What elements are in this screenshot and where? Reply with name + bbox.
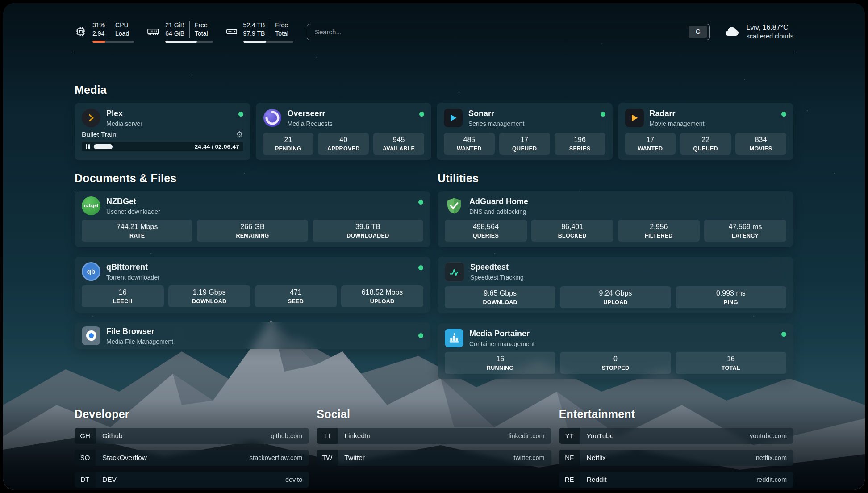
app-name: Radarr	[650, 109, 705, 118]
app-subtitle: Series management	[468, 120, 524, 127]
social-section: Social LI LinkedIn linkedin.com TW Twitt…	[317, 408, 551, 488]
bookmark-abbr: LI	[317, 428, 338, 444]
section-title-developer: Developer	[75, 408, 309, 421]
app-name: Media Portainer	[469, 329, 534, 338]
speedtest-card[interactable]: Speedtest Speedtest Tracking 9.65 Gbps D…	[438, 257, 793, 313]
bookmark-url: stackoverflow.com	[250, 454, 302, 461]
sonarr-card[interactable]: Sonarr Series management 485 WANTED 17 Q…	[437, 103, 613, 160]
settings-gear-icon[interactable]: ⚙	[236, 130, 243, 138]
plex-card[interactable]: Plex Media server Bullet Train ⚙	[75, 103, 250, 160]
app-name: NZBGet	[106, 197, 160, 206]
playback-progress-track[interactable]	[94, 144, 191, 149]
stat-download: 1.19 Gbps DOWNLOAD	[168, 285, 250, 307]
memory-usage-bar	[165, 41, 213, 43]
stat-pending: 21 PENDING	[263, 133, 314, 155]
stat-series: 196 SERIES	[555, 133, 605, 155]
portainer-icon	[445, 329, 463, 347]
stat-download: 9.65 Gbps DOWNLOAD	[445, 286, 555, 308]
stat-wanted: 17 WANTED	[625, 133, 676, 155]
app-name: AdGuard Home	[469, 197, 528, 206]
memory-monitor: 21 GiB 64 GiB Free Total	[146, 21, 213, 43]
sonarr-icon	[444, 109, 463, 127]
weather-widget[interactable]: Lviv, 16.87°C scattered clouds	[723, 22, 793, 41]
qbittorrent-card[interactable]: qb qBittorrent Torrent downloader 16 LEE…	[75, 257, 430, 313]
app-name: Speedtest	[470, 263, 524, 272]
stat-latency: 47.569 ms LATENCY	[704, 220, 786, 242]
app-subtitle: Speedtest Tracking	[470, 274, 524, 281]
storage-usage-bar	[243, 41, 293, 43]
radarr-card[interactable]: Radarr Movie management 17 WANTED 22 QUE…	[618, 103, 794, 160]
cpu-load-value: 2.94	[92, 29, 105, 38]
bookmark-name: Reddit	[587, 476, 607, 484]
status-dot	[418, 200, 423, 205]
bookmark-name: DEV	[102, 476, 117, 484]
bookmark-netflix[interactable]: NF Netflix netflix.com	[559, 450, 793, 466]
bookmark-linkedin[interactable]: LI LinkedIn linkedin.com	[317, 428, 551, 444]
bookmark-reddit[interactable]: RE Reddit reddit.com	[559, 472, 793, 488]
cpu-monitor: 31% 2.94 CPU Load	[75, 21, 134, 43]
bookmark-name: Twitter	[344, 454, 365, 462]
app-name: Overseerr	[288, 109, 333, 118]
playback-time: 24:44 / 02:06:47	[195, 143, 239, 150]
bookmark-name: LinkedIn	[344, 432, 371, 440]
stat-blocked: 86,401 BLOCKED	[531, 220, 613, 242]
stat-ping: 0.993 ms PING	[676, 286, 786, 308]
stat-queued: 22 QUEUED	[680, 133, 731, 155]
app-subtitle: Media server	[106, 120, 142, 127]
header-divider	[75, 51, 793, 51]
cpu-load-label: Load	[115, 29, 129, 38]
plex-icon	[82, 109, 100, 127]
app-subtitle: Media File Management	[106, 338, 173, 345]
filebrowser-card[interactable]: File Browser Media File Management	[75, 322, 430, 349]
dashboard: 31% 2.94 CPU Load	[3, 3, 865, 490]
bookmark-name: YouTube	[587, 432, 614, 440]
stat-available: 945 AVAILABLE	[373, 133, 424, 155]
section-title-media: Media	[75, 84, 793, 96]
bookmark-github[interactable]: GH Github github.com	[75, 428, 309, 444]
status-dot	[418, 265, 423, 270]
memory-total-value: 64 GiB	[165, 29, 184, 38]
nzbget-icon: nzbget	[82, 196, 100, 215]
memory-free-label: Free	[195, 21, 208, 29]
bookmark-dev[interactable]: DT DEV dev.to	[75, 472, 309, 488]
search-engine-button[interactable]: G	[689, 26, 707, 38]
adguard-card[interactable]: AdGuard Home DNS and adblocking 498,564 …	[438, 191, 793, 247]
status-dot	[418, 333, 423, 338]
bookmark-abbr: DT	[75, 472, 96, 488]
stat-queued: 17 QUEUED	[499, 133, 550, 155]
app-subtitle: Torrent downloader	[106, 274, 160, 281]
filebrowser-icon	[82, 326, 100, 345]
bookmark-abbr: NF	[559, 450, 580, 466]
app-name: qBittorrent	[106, 263, 160, 272]
stat-upload: 9.24 Gbps UPLOAD	[560, 286, 671, 308]
pause-icon[interactable]	[86, 144, 90, 149]
stat-leech: 16 LEECH	[82, 285, 164, 307]
bookmark-twitter[interactable]: TW Twitter twitter.com	[317, 450, 551, 466]
app-subtitle: Usenet downloader	[106, 208, 160, 215]
bookmark-youtube[interactable]: YT YouTube youtube.com	[559, 428, 793, 444]
overseerr-card[interactable]: Overseerr Media Requests 21 PENDING 40 A…	[256, 103, 432, 160]
app-name: File Browser	[106, 327, 173, 336]
stat-total: 16 TOTAL	[676, 352, 786, 374]
app-name: Plex	[106, 109, 142, 118]
stat-movies: 834 MOVIES	[735, 133, 786, 155]
bookmark-name: Github	[102, 432, 123, 440]
cpu-icon	[75, 25, 87, 38]
stat-rate: 744.21 Mbps RATE	[82, 220, 192, 242]
section-title-utilities: Utilities	[438, 172, 793, 185]
portainer-card[interactable]: Media Portainer Container management 16 …	[438, 323, 793, 379]
bookmark-name: StackOverflow	[102, 454, 147, 462]
search-input[interactable]	[314, 28, 689, 36]
nzbget-card[interactable]: nzbget NZBGet Usenet downloader 744.21 M…	[75, 191, 430, 247]
storage-monitor: 52.4 TB 97.9 TB Free Total	[225, 21, 293, 43]
bookmark-abbr: GH	[75, 428, 96, 444]
bookmark-stackoverflow[interactable]: SO StackOverflow stackoverflow.com	[75, 450, 309, 466]
cpu-label: CPU	[115, 21, 129, 29]
search-bar[interactable]: G	[307, 24, 710, 40]
weather-condition: scattered clouds	[746, 32, 793, 41]
status-dot	[781, 112, 786, 117]
bookmark-abbr: TW	[317, 450, 338, 466]
plex-player-bar: 24:44 / 02:06:47	[82, 142, 243, 151]
documents-section: Documents & Files nzbget NZBGet Usenet d…	[75, 172, 430, 379]
bookmark-url: youtube.com	[750, 432, 787, 439]
